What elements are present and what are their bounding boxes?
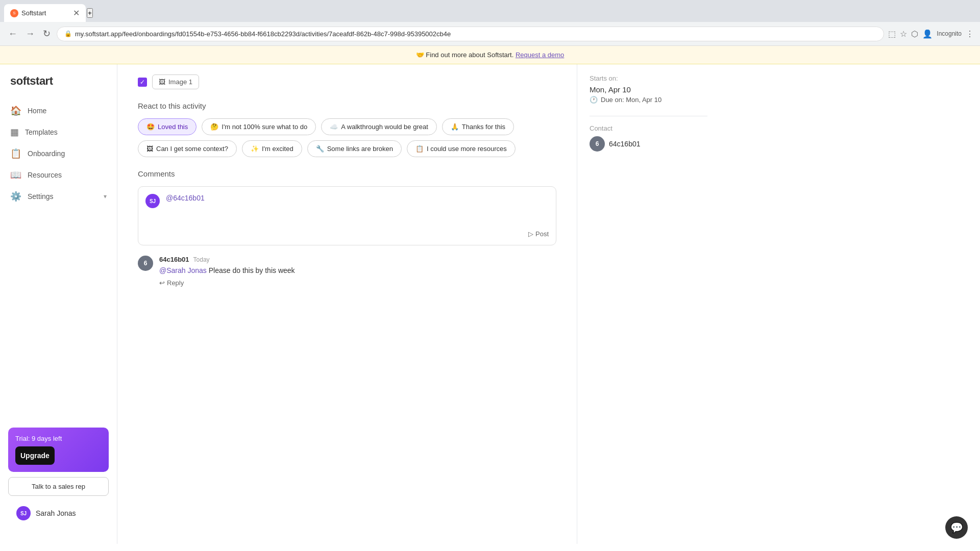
comment-body-text: Please do this by this week <box>209 266 295 274</box>
react-section: React to this activity 🤩 Loved this 🤔 I'… <box>138 102 556 157</box>
comment-input-area: @64c16b01 ▷ Post <box>166 194 549 238</box>
reply-button[interactable]: ↩ Reply <box>159 279 184 287</box>
divider <box>590 116 707 116</box>
sidebar-item-label-settings: Settings <box>28 192 54 201</box>
sidebar-item-label-home: Home <box>28 107 46 115</box>
walkthrough-label: A walkthrough would be great <box>341 123 428 131</box>
sidebar-item-home[interactable]: 🏠 Home <box>0 100 117 121</box>
talk-to-sales-button[interactable]: Talk to a sales rep <box>8 477 109 496</box>
templates-icon: ▦ <box>10 127 19 138</box>
upgrade-button[interactable]: Upgrade <box>15 446 55 465</box>
sidebar-bottom: Trial: 9 days left Upgrade Talk to a sal… <box>0 419 117 534</box>
comments-section: Comments SJ @64c16b01 ▷ Post <box>138 169 556 287</box>
extension-icon: ⬡ <box>911 29 918 39</box>
image-icon: 🖼 <box>159 78 165 86</box>
reply-label: Reply <box>167 279 184 287</box>
comments-title: Comments <box>138 169 556 178</box>
browser-toolbar: ← → ↻ 🔒 my.softstart.app/feed/onboarding… <box>0 22 980 45</box>
broken-links-emoji: 🔧 <box>316 145 324 153</box>
right-panel: Starts on: Mon, Apr 10 🕐 Due on: Mon, Ap… <box>577 64 720 544</box>
cast-icon: ⬚ <box>888 29 896 39</box>
sidebar-item-label-resources: Resources <box>28 171 62 179</box>
settings-icon: ⚙️ <box>10 191 21 202</box>
resources-icon: 📖 <box>10 169 21 181</box>
sidebar-item-templates[interactable]: ▦ Templates <box>0 121 117 143</box>
context-emoji: 🖼 <box>146 145 153 153</box>
tab-close-btn[interactable]: ✕ <box>73 8 80 18</box>
lock-icon: 🔒 <box>64 30 72 37</box>
comment-mention: @Sarah Jonas <box>159 266 207 274</box>
reaction-broken-links[interactable]: 🔧 Some links are broken <box>307 140 402 157</box>
back-btn[interactable]: ← <box>6 27 19 41</box>
commenter-avatar: SJ <box>145 194 160 208</box>
user-name: Sarah Jonas <box>36 509 76 517</box>
url-text: my.softstart.app/feed/onboardings/fd0155… <box>75 30 451 38</box>
comment-textarea[interactable]: @64c16b01 <box>166 194 549 224</box>
sidebar-item-onboarding[interactable]: 📋 Onboarding <box>0 143 117 164</box>
reactions-list: 🤩 Loved this 🤔 I'm not 100% sure what to… <box>138 118 556 157</box>
profile-icon[interactable]: 👤 <box>922 29 933 39</box>
sidebar-item-label-onboarding: Onboarding <box>28 149 65 158</box>
post-button[interactable]: ▷ Post <box>528 230 549 238</box>
reaction-thanks[interactable]: 🙏 Thanks for this <box>442 118 514 135</box>
request-demo-link[interactable]: Request a demo <box>516 51 564 59</box>
new-tab-btn[interactable]: + <box>87 8 93 18</box>
thanks-label: Thanks for this <box>462 123 505 131</box>
comment-time: Today <box>193 256 210 263</box>
reaction-more-resources[interactable]: 📋 I could use more resources <box>407 140 516 157</box>
app-layout: softstart 🏠 Home ▦ Templates 📋 Onboardin… <box>0 64 980 544</box>
react-section-title: React to this activity <box>138 102 556 110</box>
address-bar[interactable]: 🔒 my.softstart.app/feed/onboardings/fd01… <box>57 27 884 41</box>
avatar: SJ <box>16 506 31 520</box>
comment-text: @Sarah Jonas Please do this by this week <box>159 265 556 276</box>
comment-author: 64c16b01 <box>159 256 189 263</box>
checkbox-checked[interactable]: ✓ <box>138 78 147 87</box>
clock-icon: 🕐 <box>590 96 598 104</box>
forward-btn[interactable]: → <box>23 27 37 41</box>
contact-avatar: 6 <box>590 136 605 152</box>
starts-on-value: Mon, Apr 10 <box>590 85 707 94</box>
context-label: Can I get some context? <box>156 145 228 153</box>
trial-banner: Trial: 9 days left Upgrade <box>8 428 109 472</box>
reaction-walkthrough[interactable]: ☁️ A walkthrough would be great <box>321 118 437 135</box>
loved-this-label: Loved this <box>158 123 188 131</box>
sidebar-item-settings[interactable]: ⚙️ Settings ▾ <box>0 186 117 207</box>
broken-links-label: Some links are broken <box>327 145 393 153</box>
main-content: ✓ 🖼 Image 1 React to this activity 🤩 Lov… <box>117 64 980 544</box>
contact-section: Contact 6 64c16b01 <box>590 124 707 152</box>
trial-label: Trial: 9 days left <box>15 435 62 442</box>
sidebar: softstart 🏠 Home ▦ Templates 📋 Onboardin… <box>0 64 117 544</box>
contact-id: 64c16b01 <box>609 140 641 148</box>
reaction-not-sure[interactable]: 🤔 I'm not 100% sure what to do <box>202 118 316 135</box>
favicon: S <box>10 9 18 17</box>
sidebar-item-resources[interactable]: 📖 Resources <box>0 164 117 186</box>
active-tab[interactable]: S Softstart ✕ <box>4 4 86 22</box>
onboarding-icon: 📋 <box>10 148 21 159</box>
reload-btn[interactable]: ↻ <box>41 26 53 41</box>
due-date-text: Due on: Mon, Apr 10 <box>601 96 662 104</box>
tab-title: Softstart <box>21 9 46 17</box>
home-icon: 🏠 <box>10 105 21 116</box>
image-tag[interactable]: 🖼 Image 1 <box>152 74 199 89</box>
due-date: 🕐 Due on: Mon, Apr 10 <box>590 96 707 104</box>
thanks-emoji: 🙏 <box>451 123 459 131</box>
post-icon: ▷ <box>528 230 533 238</box>
reaction-loved-this[interactable]: 🤩 Loved this <box>138 118 197 135</box>
reaction-excited[interactable]: ✨ I'm excited <box>242 140 302 157</box>
logo: softstart <box>0 74 117 100</box>
star-icon[interactable]: ☆ <box>900 29 907 39</box>
comment-input-box: SJ @64c16b01 ▷ Post <box>138 186 556 245</box>
promo-banner: 🤝 Find out more about Softstart. Request… <box>0 46 980 64</box>
content-area: ✓ 🖼 Image 1 React to this activity 🤩 Lov… <box>117 64 577 544</box>
incognito-label: Incognito <box>937 30 962 37</box>
contact-label: Contact <box>590 124 707 132</box>
chat-icon: 💬 <box>950 521 963 534</box>
starts-on-section: Starts on: Mon, Apr 10 🕐 Due on: Mon, Ap… <box>590 74 707 104</box>
comment-entry: 6 64c16b01 Today @Sarah Jonas Please do … <box>138 256 556 287</box>
post-label: Post <box>535 230 549 238</box>
sidebar-item-label-templates: Templates <box>25 128 58 136</box>
chat-bubble[interactable]: 💬 <box>945 516 968 539</box>
excited-emoji: ✨ <box>251 145 259 153</box>
menu-icon[interactable]: ⋮ <box>966 29 974 39</box>
reaction-context[interactable]: 🖼 Can I get some context? <box>138 140 237 157</box>
